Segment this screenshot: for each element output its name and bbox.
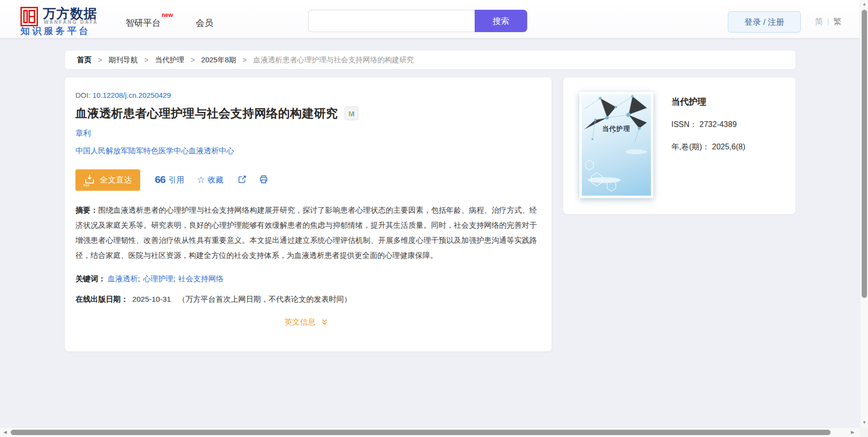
keyword-link[interactable]: 血液透析 [108, 274, 138, 283]
nav-item-zhiyan-platform[interactable]: 智研平台 [126, 17, 161, 29]
breadcrumb-journal-nav[interactable]: 期刊导航 [109, 55, 138, 64]
share-button[interactable] [238, 175, 247, 186]
star-icon: ☆ [197, 174, 205, 185]
quote-icon: 66 [155, 174, 165, 185]
affiliation-link[interactable]: 中国人民解放军陆军特色医学中心血液透析中心 [75, 146, 234, 155]
publish-date-label: 在线出版日期： [75, 295, 129, 303]
abstract-label: 摘要： [75, 206, 98, 214]
volume-label: 年,卷(期)： [671, 143, 710, 151]
header: 万方数据 WANFANG DATA 知识服务平台 智研平台 new 会员 搜索 … [0, 0, 860, 38]
page: 万方数据 WANFANG DATA 知识服务平台 智研平台 new 会员 搜索 … [0, 0, 868, 437]
favorite-button[interactable]: ☆ 收藏 [197, 175, 223, 186]
affiliation-row: 中国人民解放军陆军特色医学中心血液透析中心 [75, 146, 537, 156]
print-button[interactable] [259, 175, 268, 186]
fulltext-button[interactable]: free 全文直达 [75, 169, 140, 191]
journal-issn-row: ISSN： 2732-4389 [671, 120, 745, 130]
journal-volume-row: 年,卷(期)： 2025,6(8) [671, 142, 745, 152]
scroll-down-arrow-icon[interactable]: ▼ [862, 420, 867, 425]
abstract-text: 围绕血液透析患者的心理护理与社会支持网络构建展开研究，探讨了影响患者心理状态的主… [75, 206, 537, 259]
keywords-label: 关键词： [75, 274, 106, 283]
author-row: 章利 [75, 128, 537, 139]
keywords-row: 关键词： 血液透析;心理护理;社会支持网络 [75, 274, 537, 284]
journal-info-card: 当代护理 当代护理 ISSN： 2732-4389 年,卷(期)： 2025,6… [563, 77, 795, 214]
author-link[interactable]: 章利 [75, 129, 91, 137]
breadcrumb-separator: > [242, 55, 247, 64]
m-badge-icon[interactable]: M [345, 107, 358, 120]
cite-label: 引用 [168, 175, 184, 185]
brand-name-en: WANFANG DATA [44, 19, 98, 25]
breadcrumb-separator: > [98, 55, 102, 64]
search-input[interactable] [308, 10, 475, 32]
breadcrumb-home[interactable]: 首页 [77, 55, 92, 64]
search-button[interactable]: 搜索 [475, 10, 527, 32]
doi-link[interactable]: 10.12208/j.cn.20250429 [92, 91, 171, 99]
english-info-label: 英文信息 [284, 318, 315, 326]
breadcrumb: 首页 > 期刊导航 > 当代护理 > 2025年8期 > 血液透析患者心理护理与… [65, 51, 795, 69]
nav-item-member[interactable]: 会员 [196, 17, 213, 29]
lang-divider: | [827, 17, 829, 26]
journal-cover-title: 当代护理 [582, 125, 651, 133]
publish-date-note: （万方平台首次上网日期，不代表论文的发表时间） [178, 295, 351, 303]
article-title: 血液透析患者心理护理与社会支持网络的构建研究 [75, 106, 338, 121]
scrollbar-corner [860, 427, 868, 437]
new-badge: new [162, 12, 173, 18]
fulltext-label: 全文直达 [100, 175, 132, 185]
english-info-toggle[interactable]: 英文信息 [75, 317, 537, 328]
doi-label: DOI: [75, 91, 91, 99]
breadcrumb-separator: > [144, 55, 148, 64]
keyword-link[interactable]: 社会支持网络 [178, 274, 223, 283]
login-register-button[interactable]: 登录 / 注册 [728, 11, 801, 33]
publish-date-value: 2025-10-31 [132, 295, 171, 303]
lang-simplified[interactable]: 简 [815, 17, 823, 26]
issn-value: 2732-4389 [700, 120, 737, 128]
double-chevron-down-icon [321, 319, 328, 326]
brand-tagline: 知识服务平台 [20, 25, 91, 37]
breadcrumb-current: 血液透析患者心理护理与社会支持网络的构建研究 [253, 55, 414, 64]
free-download-icon: free [84, 174, 95, 186]
language-switch: 简|繁 [815, 16, 841, 27]
breadcrumb-separator: > [190, 55, 195, 64]
journal-cover[interactable]: 当代护理 [579, 92, 653, 198]
vertical-scrollbar[interactable]: ▲ ▼ [860, 0, 868, 427]
scroll-right-arrow-icon[interactable]: ▶ [851, 430, 854, 435]
printer-icon [259, 175, 268, 186]
cite-button[interactable]: 66 引用 [155, 174, 184, 186]
keyword-link[interactable]: 心理护理 [143, 274, 173, 283]
publish-date-row: 在线出版日期： 2025-10-31 （万方平台首次上网日期，不代表论文的发表时… [75, 294, 537, 305]
journal-cover-image: 当代护理 [582, 94, 651, 196]
keyword-separator: ; [173, 274, 175, 283]
abstract: 摘要：围绕血液透析患者的心理护理与社会支持网络构建展开研究，探讨了影响患者心理状… [75, 202, 537, 263]
journal-name[interactable]: 当代护理 [671, 96, 745, 108]
favorite-label: 收藏 [207, 175, 223, 185]
keyword-separator: ; [138, 274, 140, 283]
horizontal-scrollbar[interactable]: ◀ ▶ [0, 427, 860, 437]
scroll-up-arrow-icon[interactable]: ▲ [862, 2, 867, 6]
share-icon [238, 175, 247, 186]
title-row: 血液透析患者心理护理与社会支持网络的构建研究 M [75, 106, 537, 121]
volume-value: 2025,6(8) [712, 143, 746, 151]
vertical-scrollbar-thumb[interactable] [862, 10, 867, 298]
horizontal-scrollbar-thumb[interactable] [11, 430, 831, 435]
breadcrumb-issue[interactable]: 2025年8期 [201, 55, 236, 64]
breadcrumb-journal[interactable]: 当代护理 [155, 55, 184, 64]
action-bar: free 全文直达 66 引用 ☆ 收藏 [75, 169, 537, 191]
lang-traditional[interactable]: 繁 [833, 17, 841, 26]
journal-info: 当代护理 ISSN： 2732-4389 年,卷(期)： 2025,6(8) [671, 96, 745, 152]
article-detail-card: DOI: 10.12208/j.cn.20250429 血液透析患者心理护理与社… [65, 77, 552, 351]
doi-row: DOI: 10.12208/j.cn.20250429 [75, 77, 537, 99]
issn-label: ISSN： [671, 120, 697, 128]
scroll-left-arrow-icon[interactable]: ◀ [3, 430, 7, 435]
